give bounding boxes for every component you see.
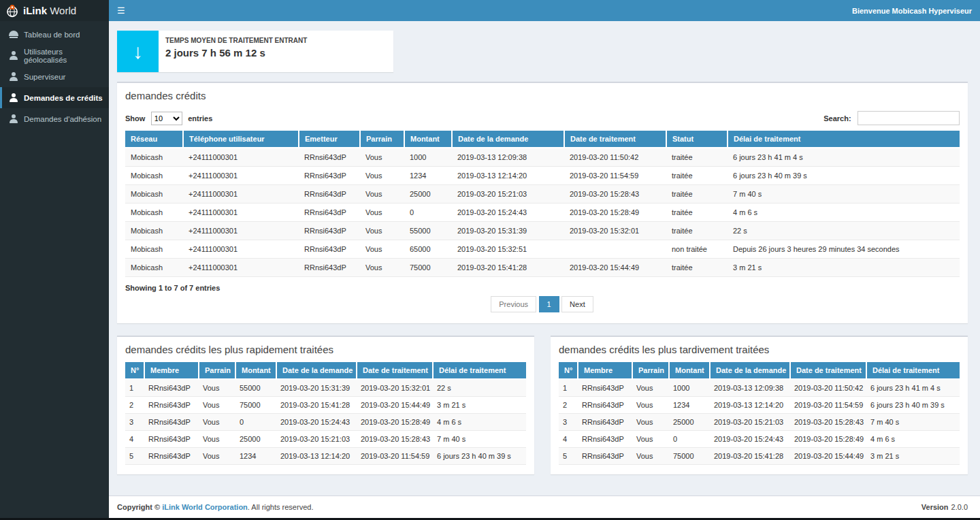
sidebar-item-demandes-adhesion[interactable]: Demandes d'adhésion — [0, 108, 109, 129]
info-box-value: 2 jours 7 h 56 m 12 s — [165, 47, 307, 59]
version-label: Version — [921, 503, 949, 511]
menu-toggle-icon[interactable]: ☰ — [117, 6, 125, 15]
table-cell: 2019-03-20 15:24:43 — [710, 431, 790, 448]
main-content: ↓ TEMPS MOYEN DE TRAITEMENT ENTRANT 2 jo… — [109, 21, 980, 520]
table-cell: 2019-03-20 15:41:28 — [452, 259, 564, 277]
geolocated-users-icon — [9, 51, 18, 60]
column-header-date-demande[interactable]: Date de la demande — [710, 362, 790, 379]
bottom-panels-row: demandes crédits les plus rapidement tra… — [117, 336, 968, 474]
slowest-table: N° Membre Parrain Montant Date de la dem… — [559, 362, 960, 465]
header-row: N° Membre Parrain Montant Date de la dem… — [125, 362, 526, 379]
table-cell: 2019-03-20 15:32:01 — [564, 222, 666, 240]
column-header-date-traitement[interactable]: Date de traitement — [357, 362, 433, 379]
table-cell: 2019-03-20 15:28:43 — [564, 185, 666, 204]
table-cell: 2019-03-20 15:21:03 — [452, 185, 564, 204]
table-row: 4RRnsi643dPVous02019-03-20 15:24:432019-… — [559, 431, 960, 448]
table-cell: 3 — [125, 414, 144, 431]
table-row: 3RRnsi643dPVous02019-03-20 15:24:432019-… — [125, 414, 526, 431]
table-cell: 2019-03-20 11:50:42 — [790, 379, 866, 397]
pagination-page-1[interactable]: 1 — [539, 296, 559, 312]
table-cell: +24111000301 — [183, 222, 299, 240]
header-row: N° Membre Parrain Montant Date de la dem… — [559, 362, 960, 379]
column-header-delai[interactable]: Délai de traitement — [866, 362, 960, 379]
column-header-emetteur[interactable]: Emetteur — [299, 131, 360, 148]
credits-panel: demandes crédits Show 10 entries Search: — [117, 82, 968, 323]
page-length-select[interactable]: 10 — [151, 112, 182, 125]
table-row: 1RRnsi643dPVous10002019-03-13 12:09:3820… — [559, 379, 960, 397]
sidebar-item-demandes-de-credits[interactable]: Demandes de crédits — [0, 87, 109, 108]
column-header-membre[interactable]: Membre — [578, 362, 632, 379]
column-header-date-traitement[interactable]: Date de traitement — [564, 131, 666, 148]
table-cell: 1234 — [669, 397, 710, 414]
column-header-telephone[interactable]: Téléphone utilisateur — [183, 131, 299, 148]
column-header-numero[interactable]: N° — [125, 362, 144, 379]
table-row: 5RRnsi643dPVous12342019-03-13 12:14:2020… — [125, 448, 526, 465]
column-header-date-demande[interactable]: Date de la demande — [276, 362, 357, 379]
sidebar-item-superviseur[interactable]: Superviseur — [0, 66, 109, 87]
table-cell: RRnsi643dP — [144, 431, 199, 448]
table-cell: RRnsi643dP — [299, 240, 360, 259]
table-row: Mobicash+24111000301RRnsi643dPVous123420… — [125, 167, 960, 185]
column-header-montant[interactable]: Montant — [235, 362, 276, 379]
table-cell: 6 jours 23 h 41 m 4 s — [866, 379, 960, 397]
table-cell: RRnsi643dP — [299, 167, 360, 185]
pagination-next[interactable]: Next — [561, 296, 593, 312]
sidebar-item-utilisateurs-geolocalises[interactable]: Utilisateurs géolocalisés — [0, 45, 109, 66]
table-cell: 1000 — [404, 148, 452, 167]
pagination-previous[interactable]: Previous — [491, 296, 536, 312]
table-cell: 2019-03-13 12:09:38 — [710, 379, 790, 397]
down-arrow-icon: ↓ — [117, 31, 159, 72]
table-cell: Mobicash — [125, 148, 183, 167]
brand-logo[interactable]: iLink World — [0, 0, 109, 21]
column-header-parrain[interactable]: Parrain — [632, 362, 669, 379]
search-input[interactable] — [858, 111, 960, 125]
table-cell: 75000 — [669, 448, 710, 465]
table-cell: RRnsi643dP — [299, 185, 360, 204]
table-row: 5RRnsi643dPVous750002019-03-20 15:41:282… — [559, 448, 960, 465]
table-cell: Vous — [360, 240, 404, 259]
column-header-numero[interactable]: N° — [559, 362, 578, 379]
column-header-reseau[interactable]: Réseau — [125, 131, 183, 148]
fastest-table: N° Membre Parrain Montant Date de la dem… — [125, 362, 526, 465]
table-cell: 7 m 40 s — [866, 414, 960, 431]
column-header-membre[interactable]: Membre — [144, 362, 199, 379]
fastest-panel-title: demandes crédits les plus rapidement tra… — [117, 337, 534, 362]
column-header-date-traitement[interactable]: Date de traitement — [790, 362, 866, 379]
table-cell: 25000 — [235, 431, 276, 448]
table-cell: Mobicash — [125, 240, 183, 259]
column-header-parrain[interactable]: Parrain — [199, 362, 235, 379]
welcome-text: Bienvenue Mobicash Hyperviseur — [852, 7, 972, 15]
header-row: Réseau Téléphone utilisateur Emetteur Pa… — [125, 131, 960, 148]
table-cell: RRnsi643dP — [578, 397, 632, 414]
table-cell: 5 — [559, 448, 578, 465]
table-cell: RRnsi643dP — [578, 448, 632, 465]
company-link[interactable]: iLink World Corporation — [162, 503, 248, 511]
table-cell: 2019-03-20 11:54:59 — [790, 397, 866, 414]
column-header-montant[interactable]: Montant — [669, 362, 710, 379]
column-header-statut[interactable]: Statut — [666, 131, 728, 148]
slowest-table-body: 1RRnsi643dPVous10002019-03-13 12:09:3820… — [559, 379, 960, 465]
table-cell: Vous — [199, 448, 235, 465]
info-box-title: TEMPS MOYEN DE TRAITEMENT ENTRANT — [165, 37, 307, 44]
column-header-date-demande[interactable]: Date de la demande — [452, 131, 564, 148]
table-cell: 2019-03-20 15:28:43 — [357, 431, 433, 448]
table-cell: 2019-03-20 15:21:03 — [276, 431, 357, 448]
search-control: Search: — [823, 111, 960, 125]
table-cell: 2019-03-20 15:31:39 — [276, 379, 357, 397]
sidebar-item-tableau-de-bord[interactable]: Tableau de bord — [0, 24, 109, 45]
column-header-parrain[interactable]: Parrain — [360, 131, 404, 148]
table-cell: Mobicash — [125, 222, 183, 240]
table-cell: 3 — [559, 414, 578, 431]
table-row: 2RRnsi643dPVous12342019-03-13 12:14:2020… — [559, 397, 960, 414]
column-header-delai[interactable]: Délai de traitement — [728, 131, 960, 148]
table-cell: 2019-03-13 12:14:20 — [276, 448, 357, 465]
entries-label: entries — [188, 114, 212, 123]
column-header-delai[interactable]: Délai de traitement — [433, 362, 526, 379]
table-cell: 4 — [559, 431, 578, 448]
table-summary: Showing 1 to 7 of 7 entries — [125, 284, 960, 292]
table-cell: 2019-03-20 15:28:49 — [790, 431, 866, 448]
table-cell: Vous — [360, 222, 404, 240]
table-cell: RRnsi643dP — [578, 431, 632, 448]
table-cell: 2019-03-20 15:44:49 — [357, 397, 433, 414]
column-header-montant[interactable]: Montant — [404, 131, 452, 148]
